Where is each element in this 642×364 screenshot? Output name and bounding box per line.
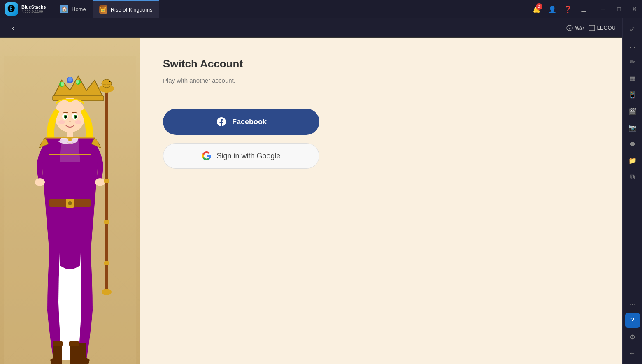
svg-rect-37 [53, 341, 63, 346]
sidebar-more-button[interactable]: ⋯ [625, 297, 640, 311]
help-button[interactable]: ❓ [561, 2, 575, 16]
svg-rect-35 [53, 202, 61, 207]
menu-button[interactable]: ☰ [577, 2, 590, 16]
legou-text: LEGOU [597, 25, 616, 31]
lilith-text: lilith [575, 25, 584, 31]
google-button-label: Sign in with Google [216, 152, 280, 160]
titlebar-actions: 🔔 2 👤 ❓ ☰ [530, 2, 593, 16]
switch-account-subtitle: Play with another account. [163, 77, 599, 84]
svg-rect-28 [104, 179, 109, 183]
switch-account-panel: Switch Account Play with another account… [140, 38, 622, 364]
svg-rect-29 [104, 220, 109, 224]
character-panel [0, 38, 140, 364]
sidebar-back-button[interactable]: ← [625, 346, 640, 361]
svg-point-16 [65, 116, 67, 118]
app-version: 4.220.0.1109 [21, 9, 46, 14]
svg-point-22 [95, 178, 105, 186]
sidebar-copy-button[interactable]: ⧉ [625, 169, 640, 184]
account-button[interactable]: 👤 [546, 2, 559, 16]
svg-point-18 [58, 120, 65, 124]
svg-point-27 [109, 81, 111, 82]
svg-rect-36 [79, 202, 87, 207]
svg-point-7 [68, 77, 72, 82]
tab-rok-label: Rise of Kingdoms [111, 7, 153, 13]
svg-rect-38 [69, 341, 79, 346]
svg-point-31 [102, 289, 112, 295]
legou-logo: LEGOU [588, 25, 616, 31]
content-area: ‹ ✦ lilith LEGOU [0, 18, 622, 364]
facebook-icon [216, 116, 227, 128]
back-icon: ‹ [12, 23, 15, 32]
facebook-button-label: Facebook [232, 118, 267, 126]
home-tab-icon: 🏠 [60, 5, 68, 13]
svg-point-21 [35, 178, 45, 186]
rok-tab-icon: 👑 [99, 5, 107, 14]
legou-icon [588, 25, 595, 31]
sidebar-expand-button[interactable]: ⤢ [625, 21, 640, 36]
notification-button[interactable]: 🔔 2 [530, 2, 543, 16]
sidebar-video-button[interactable]: 🎬 [625, 104, 640, 118]
facebook-button[interactable]: Facebook [163, 109, 319, 135]
svg-point-39 [68, 138, 72, 141]
bluestacks-icon: 🅑 [5, 2, 18, 16]
content-topbar: ‹ ✦ lilith LEGOU [0, 18, 622, 38]
svg-text:✦: ✦ [568, 26, 571, 30]
app-name: BlueStacks [21, 5, 46, 9]
svg-point-9 [76, 80, 79, 84]
main-area: ‹ ✦ lilith LEGOU [0, 18, 642, 364]
close-button[interactable]: ✕ [627, 2, 642, 16]
sidebar-fullscreen-button[interactable]: ⛶ [625, 38, 640, 53]
sidebar-right: ⤢ ⛶ ✏ ▦ 📱 🎬 📷 ⏺ 📁 ⧉ ⋯ ? ⚙ ← [622, 18, 642, 364]
notification-badge: 2 [536, 3, 542, 10]
titlebar: 🅑 BlueStacks 4.220.0.1109 🏠 Home 👑 Rise … [0, 0, 642, 18]
sidebar-help-button[interactable]: ? [625, 313, 640, 328]
minimize-button[interactable]: ─ [596, 2, 611, 16]
google-icon [202, 151, 212, 161]
sidebar-media-button[interactable]: ▦ [625, 71, 640, 86]
switch-account-title: Switch Account [163, 58, 599, 70]
game-screen: Switch Account Play with another account… [0, 38, 622, 364]
svg-point-17 [75, 116, 77, 118]
svg-rect-30 [104, 261, 109, 265]
tab-rok[interactable]: 👑 Rise of Kingdoms [93, 0, 159, 18]
maximize-button[interactable]: □ [612, 2, 626, 16]
sidebar-brush-button[interactable]: ✏ [625, 54, 640, 69]
sidebar-record-button[interactable]: ⏺ [625, 137, 640, 151]
google-button[interactable]: Sign in with Google [163, 143, 319, 169]
tab-home-label: Home [72, 6, 86, 12]
window-controls: ─ □ ✕ [593, 2, 642, 16]
lilith-logo: ✦ lilith [566, 25, 584, 31]
lilith-icon: ✦ [566, 25, 573, 31]
brand-logos: ✦ lilith LEGOU [566, 25, 616, 31]
app-logo: 🅑 BlueStacks 4.220.0.1109 [0, 2, 54, 16]
character-figure [4, 56, 136, 364]
svg-point-34 [68, 201, 72, 205]
sidebar-camera-button[interactable]: 📷 [625, 120, 640, 135]
tab-home[interactable]: 🏠 Home [54, 0, 93, 18]
svg-point-19 [75, 120, 81, 124]
sidebar-phone-button[interactable]: 📱 [625, 87, 640, 102]
sidebar-settings-button[interactable]: ⚙ [625, 329, 640, 344]
svg-point-8 [61, 82, 64, 86]
sidebar-folder-button[interactable]: 📁 [625, 153, 640, 168]
back-button[interactable]: ‹ [7, 21, 20, 35]
svg-rect-2 [589, 25, 595, 31]
